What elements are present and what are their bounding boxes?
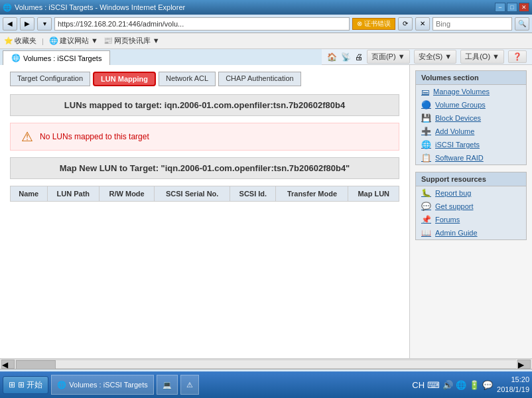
speaker-icon: 🔊 [442,380,453,390]
col-transfer-mode: Transfer Mode [276,186,348,202]
scroll-right-btn[interactable]: ▶ [517,360,531,369]
col-rw-mode: R/W Mode [100,186,155,202]
sidebar-item-add-volume[interactable]: ➕ Add Volume [416,125,526,138]
add-volume-icon: ➕ [421,127,431,136]
get-support-label: Get support [435,202,473,210]
window-icon: 🌐 [3,3,12,12]
scroll-track [16,360,516,369]
keyboard-icon: ⌨ [427,380,440,390]
print-icon[interactable]: 🖨 [355,52,363,62]
sidebar-item-forums[interactable]: 📌 Forums [416,213,526,226]
admin-guide-icon: 📖 [421,228,431,237]
tab-chap-authentication[interactable]: CHAP Authentication [218,72,301,86]
browser-content: Target Configuration LUN Mapping Network… [0,65,532,358]
taskbar-cmd-item[interactable]: 💻 [157,375,178,395]
window-title: Volumes : iSCSI Targets - Windows Intern… [15,3,185,11]
sidebar-support-section: Support resources 🐛 Report bug 💬 Get sup… [415,172,527,240]
sidebar-item-manage-volumes[interactable]: 🖴 Manage Volumes [416,85,526,98]
taskbar-right: CH ⌨ 🔊 🌐 🔋 💬 15:20 2018/1/19 [412,375,529,395]
sidebar-item-report-bug[interactable]: 🐛 Report bug [416,186,526,200]
combined-bar: 🌐 Volumes : iSCSI Targets 🏠 📡 🖨 页面(P) ▼ … [0,49,532,65]
favorites-label[interactable]: ⭐ 收藏夹 [4,36,36,46]
sidebar-item-admin-guide[interactable]: 📖 Admin Guide [416,226,526,239]
warning-taskbar-icon: ⚠ [186,381,193,389]
help-button[interactable]: ❓ [508,50,527,63]
sidebar-volumes-section: Volumes section 🖴 Manage Volumes 🔵 Volum… [415,70,527,165]
admin-guide-label: Admin Guide [435,229,478,237]
clock-date: 2018/1/19 [497,385,529,395]
start-button[interactable]: ⊞ ⊞ 开始 [3,376,48,394]
col-name: Name [11,186,48,202]
col-map-lun: Map LUN [348,186,399,202]
scroll-left-btn[interactable]: ◀ [1,360,15,369]
tab-label: Volumes : iSCSI Targets [23,54,101,62]
dropdown-button[interactable]: ▾ [37,17,52,31]
address-bar: ◀ ▶ ▾ ⊗ 证书错误 ⟳ ✕ 🔍 [0,15,532,33]
web-feeds[interactable]: 📰 网页快讯库 ▼ [103,36,160,46]
favorites-bar: ⭐ 收藏夹 | 🌐 建议网站 ▼ 📰 网页快讯库 ▼ [0,33,532,49]
close-button[interactable]: ✕ [519,3,529,12]
tab-icon: 🌐 [11,54,21,62]
address-input[interactable] [54,17,350,31]
sidebar-item-iscsi-targets[interactable]: 🌐 iSCSI Targets [416,138,526,151]
volume-groups-icon: 🔵 [421,100,431,109]
network-icon: 🌐 [456,380,466,390]
sidebar-item-block-devices[interactable]: 💾 Block Devices [416,111,526,125]
sidebar-item-software-raid[interactable]: 📋 Software RAID [416,151,526,165]
suggested-sites[interactable]: 🌐 建议网站 ▼ [49,36,98,46]
rss-feed-icon[interactable]: 📡 [341,52,351,62]
sys-tray: CH ⌨ 🔊 🌐 🔋 💬 [412,380,493,390]
star-icon: ⭐ [4,36,13,45]
tab-target-configuration[interactable]: Target Configuration [10,72,90,86]
bug-icon: 🐛 [421,188,431,198]
taskbar-warning-item[interactable]: ⚠ [180,375,199,395]
home-icon[interactable]: 🏠 [327,52,337,62]
tools-menu[interactable]: 工具(O) ▼ [460,50,504,64]
globe-icon: 🌐 [49,36,58,45]
warning-text: No LUNs mapped to this target [40,132,149,141]
scroll-thumb[interactable] [16,360,56,369]
tab-lun-mapping[interactable]: LUN Mapping [93,72,156,86]
forums-label: Forums [435,216,460,224]
manage-volumes-label: Manage Volumes [433,88,490,96]
back-button[interactable]: ◀ [3,17,17,31]
sidebar-item-volume-groups[interactable]: 🔵 Volume Groups [416,98,526,111]
stop-button[interactable]: ✕ [415,17,430,31]
lang-indicator: CH [412,380,425,390]
col-scsi-serial-no: SCSI Serial No. [155,186,230,202]
iscsi-targets-label: iSCSI Targets [435,141,480,149]
software-raid-label: Software RAID [435,154,484,162]
page-content: Target Configuration LUN Mapping Network… [0,65,409,358]
report-bug-label: Report bug [435,189,471,197]
rss-icon: 📰 [103,36,113,45]
minimize-button[interactable]: − [495,3,505,12]
support-section-title: Support resources [416,172,526,186]
warning-icon: ⚠ [21,129,33,145]
software-raid-icon: 📋 [421,153,431,163]
maximize-button[interactable]: □ [507,3,517,12]
taskbar: ⊞ ⊞ 开始 🌐 Volumes : iSCSI Targets 💻 ⚠ CH … [0,371,532,398]
manage-volumes-icon: 🖴 [421,87,429,96]
search-icon[interactable]: 🔍 [515,17,529,31]
battery-icon: 🔋 [469,380,480,390]
taskbar-window-label: Volumes : iSCSI Targets [69,381,147,389]
cert-error-button[interactable]: ⊗ 证书错误 [352,18,395,30]
sidebar-item-get-support[interactable]: 💬 Get support [416,200,526,213]
browser-tab[interactable]: 🌐 Volumes : iSCSI Targets [3,50,110,65]
title-bar: 🌐 Volumes : iSCSI Targets - Windows Inte… [0,0,532,15]
forward-button[interactable]: ▶ [20,17,34,31]
page-menu[interactable]: 页面(P) ▼ [367,50,410,64]
volumes-section-title: Volumes section [416,71,526,85]
nav-tabs: Target Configuration LUN Mapping Network… [10,72,399,86]
add-volume-label: Add Volume [435,127,474,135]
support-icon: 💬 [421,202,431,211]
refresh-button[interactable]: ⟳ [398,17,413,31]
search-input[interactable] [432,17,512,31]
taskbar-window-item[interactable]: 🌐 Volumes : iSCSI Targets [51,375,153,395]
luns-mapped-header: LUNs mapped to target: iqn.2006-01.com.o… [10,94,399,116]
tab-network-acl[interactable]: Network ACL [159,72,216,86]
horizontal-scrollbar[interactable]: ◀ ▶ [0,358,532,369]
safety-menu[interactable]: 安全(S) ▼ [414,50,457,64]
map-lun-header: Map New LUN to Target: "iqn.2006-01.com.… [10,157,399,179]
iscsi-icon: 🌐 [421,140,431,149]
